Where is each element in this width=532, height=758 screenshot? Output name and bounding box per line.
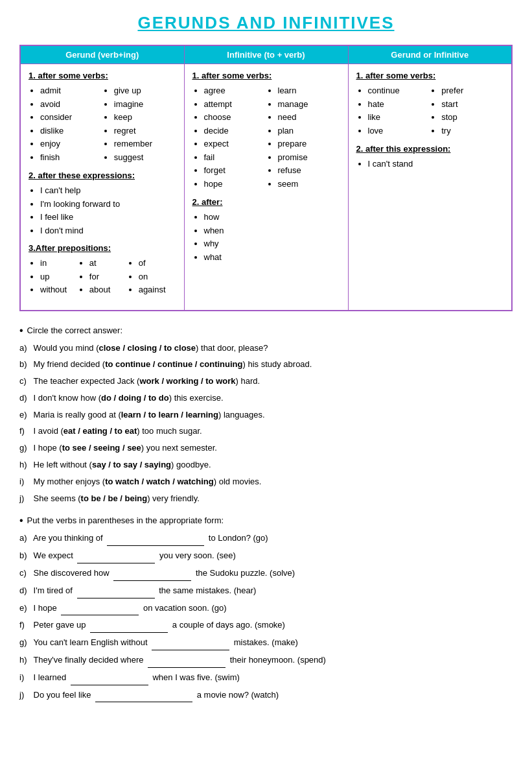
list-item: manage [278,98,340,111]
exercise2-list: a) Are you thinking of to London? (go)b)… [19,532,513,702]
grammar-table: Gerund (verb+ing) Infinitive (to + verb)… [19,45,513,311]
list-item: need [278,111,340,124]
list-item: expect [204,137,266,150]
page-title: GERUNDS AND INFINITIVES [19,13,513,33]
list-item: dislike [40,124,102,137]
list-item: why [204,237,340,250]
list-item: without [40,283,78,296]
list-item: I don't mind [40,224,176,237]
list-item: plan [278,124,340,137]
col1-prep-col3: ofonagainst [127,257,176,297]
col1-header: Gerund (verb+ing) [20,45,184,64]
list-item: admit [40,84,102,97]
exercise1-item: e) Maria is really good at (learn / to l… [19,409,513,422]
list-item: give up [114,84,176,97]
fill-blank[interactable] [77,549,155,563]
col2-section1-title: 1. after some verbs: [192,71,340,80]
list-item: choose [204,111,266,124]
exercise1-list: a) Would you mind (close / closing / to … [19,342,513,506]
list-item: avoid [40,98,102,111]
list-item: enjoy [40,137,102,150]
exercise1-item: b) My friend decided (to continue / cont… [19,358,513,372]
list-item: prepare [278,137,340,150]
list-item: agree [204,84,266,97]
list-item: refuse [278,164,340,177]
col3-expressions: I can't stand [356,158,504,171]
fill-blank[interactable] [107,532,204,546]
exercise1-item: g) I hope (to see / seeing / see) you ne… [19,442,513,455]
fill-blank[interactable] [152,636,229,650]
list-item: at [89,257,127,270]
list-item: seem [278,178,340,191]
fill-blank[interactable] [61,602,139,616]
list-item: learn [278,84,340,97]
exercise2-instruction: • Put the verbs in parentheses in the ap… [19,515,513,527]
col1-verbs-right: give upimaginekeepregretremembersuggest [102,84,176,164]
fill-blank[interactable] [90,619,168,633]
col2-verbs-right: learnmanageneedplanpreparepromiserefuses… [266,84,340,191]
list-item: decide [204,124,266,137]
fill-blank[interactable] [77,584,155,598]
col2-words: howwhenwhywhat [192,211,340,263]
exercise2-item: j) Do you feel like a movie now? (watch) [19,689,513,703]
col1-section3-title: 3.After prepositions: [29,243,176,253]
list-item: prefer [441,84,503,97]
fill-blank[interactable] [148,654,226,668]
list-item: like [368,111,430,124]
list-item: try [441,124,503,137]
list-item: about [89,283,127,296]
list-item: finish [40,151,102,164]
list-item: suggest [114,151,176,164]
list-item: hate [368,98,430,111]
list-item: of [139,257,176,270]
exercise1-item: h) He left without (say / to say / sayin… [19,458,513,472]
list-item: love [368,124,430,137]
exercise1-item: a) Would you mind (close / closing / to … [19,342,513,355]
col3-section2-title: 2. after this expression: [356,144,504,154]
fill-blank[interactable] [71,671,148,685]
list-item: on [139,270,176,283]
col1-section1-title: 1. after some verbs: [29,71,176,80]
list-item: keep [114,111,176,124]
col2-section2-title: 2. after: [192,197,340,207]
col1-prep-col1: inupwithout [29,257,78,297]
exercise1-item: d) I don't know how (do / doing / to do)… [19,392,513,405]
col3-verbs-left: continuehatelikelove [356,84,430,137]
fill-blank[interactable] [113,567,191,581]
exercise2-item: a) Are you thinking of to London? (go) [19,532,513,546]
list-item: start [441,98,503,111]
col2-content: 1. after some verbs: agreeattemptchoosed… [184,64,348,311]
col1-verbs-left: admitavoidconsiderdislikeenjoyfinish [29,84,102,164]
col3-verbs-right: preferstartstoptry [430,84,503,137]
col1-prep-col2: atforabout [78,257,127,297]
exercise2-item: c) She discovered how the Sudoku puzzle.… [19,567,513,581]
col3-content: 1. after some verbs: continuehatelikelov… [348,64,512,311]
list-item: attempt [204,98,266,111]
exercise2-item: b) We expect you very soon. (see) [19,549,513,563]
exercise1-instruction: • Circle the correct answer: [19,326,513,337]
list-item: hope [204,178,266,191]
col1-content: 1. after some verbs: admitavoidconsiderd… [20,64,184,311]
list-item: for [89,270,127,283]
list-item: what [204,251,340,264]
list-item: I feel like [40,211,176,224]
list-item: up [40,270,78,283]
list-item: in [40,257,78,270]
list-item: when [204,224,340,237]
list-item: stop [441,111,503,124]
col3-header: Gerund or Infinitive [348,45,512,64]
list-item: I can't help [40,184,176,197]
col1-expressions: I can't helpI'm looking forward toI feel… [29,184,176,237]
exercise2-item: i) I learned when I was five. (swim) [19,671,513,685]
exercise2-item: g) You can't learn English without mista… [19,636,513,650]
list-item: against [139,283,176,296]
exercise1-item: i) My mother enjoys (to watch / watch / … [19,475,513,489]
col2-header: Infinitive (to + verb) [184,45,348,64]
list-item: forget [204,164,266,177]
list-item: regret [114,124,176,137]
list-item: I'm looking forward to [40,198,176,211]
exercise1-item: c) The teacher expected Jack (work / wor… [19,375,513,388]
list-item: remember [114,137,176,150]
fill-blank[interactable] [95,689,192,703]
list-item: imagine [114,98,176,111]
